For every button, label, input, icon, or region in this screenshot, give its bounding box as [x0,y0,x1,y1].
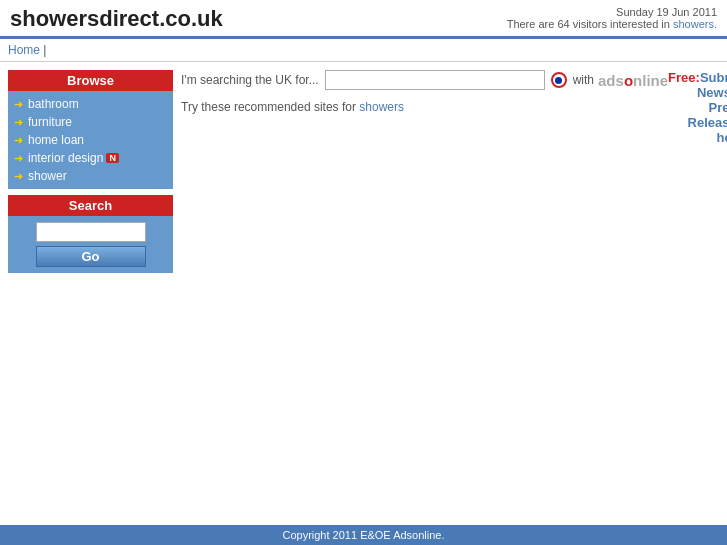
press-release-box: Free:Submit News & Press Releases here [668,70,727,145]
go-button[interactable]: Go [36,246,146,267]
content-area: I'm searching the UK for... with adsonli… [181,70,727,273]
sidebar-link-bathroom[interactable]: bathroom [28,97,79,111]
sidebar-item-home-loan[interactable]: ➜ home loan [8,131,173,149]
browse-items: ➜ bathroom ➜ furniture ➜ home loan ➜ int… [8,91,173,189]
sidebar-item-bathroom[interactable]: ➜ bathroom [8,95,173,113]
search-label: I'm searching the UK for... [181,73,319,87]
search-bar: I'm searching the UK for... with adsonli… [181,70,668,90]
sidebar-link-home-loan[interactable]: home loan [28,133,84,147]
browse-title: Browse [8,70,173,91]
arrow-icon: ➜ [14,170,23,183]
main-area: Browse ➜ bathroom ➜ furniture ➜ home loa… [0,62,727,281]
ads-o: o [624,72,633,89]
sidebar-item-interior-design[interactable]: ➜ interior design N [8,149,173,167]
sidebar-link-shower[interactable]: shower [28,169,67,183]
sidebar-link-interior-design[interactable]: interior design [28,151,103,165]
radio-inner [555,77,562,84]
free-label: Free: [668,70,700,85]
arrow-icon: ➜ [14,98,23,111]
visitors-link[interactable]: showers. [673,18,717,30]
nav-home[interactable]: Home [8,43,40,57]
sidebar: Browse ➜ bathroom ➜ furniture ➜ home loa… [8,70,173,273]
recommended-line: Try these recommended sites for showers [181,100,668,114]
header-visitors: There are 64 visitors interested in show… [507,18,717,30]
search-title: Search [8,195,173,216]
ads-part: ads [598,72,624,89]
ads-online-container: with adsonline [551,72,668,89]
arrow-icon: ➜ [14,134,23,147]
site-header: showersdirect.co.uk Sunday 19 Jun 2011 T… [0,0,727,39]
sidebar-search-input[interactable] [36,222,146,242]
sidebar-link-furniture[interactable]: furniture [28,115,72,129]
content-search-input[interactable] [325,70,545,90]
sidebar-search: Go [8,216,173,273]
releases-here-link[interactable]: Releases here [668,115,727,145]
nav-separator: | [43,43,46,57]
header-date: Sunday 19 Jun 2011 [507,6,717,18]
header-info: Sunday 19 Jun 2011 There are 64 visitors… [507,6,717,30]
nav-bar: Home | [0,39,727,62]
new-badge: N [106,153,119,163]
arrow-icon: ➜ [14,152,23,165]
with-label: with [573,73,594,87]
nline-part: nline [633,72,668,89]
arrow-icon: ➜ [14,116,23,129]
ads-online-text: adsonline [598,72,668,89]
submit-text: Submit News & Press [697,70,727,115]
radio-icon [551,72,567,88]
sidebar-item-furniture[interactable]: ➜ furniture [8,113,173,131]
site-title: showersdirect.co.uk [10,6,223,32]
recommended-link[interactable]: showers [359,100,404,114]
sidebar-item-shower[interactable]: ➜ shower [8,167,173,185]
